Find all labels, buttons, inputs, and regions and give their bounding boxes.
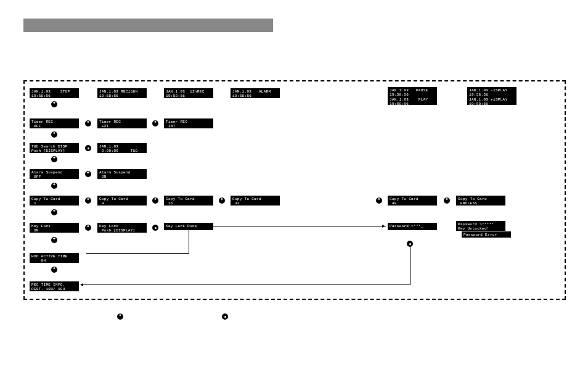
lcd-alarm-on: Alarm Suspend ON	[97, 169, 147, 179]
outer-border	[23, 80, 566, 300]
lcd-copy-48: Copy To Card 48	[388, 196, 437, 206]
connector	[189, 230, 189, 254]
nav-btn[interactable]	[85, 120, 91, 127]
nav-btn[interactable]	[51, 156, 57, 162]
lcd-td-date: JAN.1.03 0:00:00 T&D	[97, 143, 147, 153]
lcd-copy-endless: Copy To Card ENDLESS	[456, 196, 505, 206]
lcd-copy-4: Copy To Card 4	[97, 196, 147, 206]
nav-btn[interactable]	[444, 197, 450, 204]
lcd-keylock-push: Key Lock Push [DISPLAY]	[97, 223, 147, 233]
lcd-alarm-off: Alarm Suspend OFF	[30, 169, 79, 179]
lcd-1splay-plus: JAN.1.03 +1SPLAY 19:58:56	[467, 96, 517, 105]
nav-btn[interactable]	[51, 183, 57, 189]
lcd-hdd-active: HDD ACTIVE TIME 0H	[30, 253, 79, 263]
nav-btn[interactable]	[51, 131, 57, 138]
legend-btn-dot	[222, 313, 228, 320]
lcd-stop: JAN.1.03 STOP 19:58:56	[30, 88, 79, 98]
lcd-12hrec: JAN.1.03 12hREC 19:58:56	[164, 88, 213, 98]
lcd-copy-1: Copy To Card 1	[30, 196, 79, 206]
lcd-password-error: Password Error	[462, 231, 511, 238]
nav-btn[interactable]	[51, 101, 57, 107]
lcd-keylock-done: Key Lock Done	[164, 223, 213, 230]
lcd-alarm: JAN.1.03 ALARM 19:58:56	[231, 88, 280, 98]
nav-btn[interactable]	[376, 197, 382, 204]
connector	[213, 226, 386, 226]
nav-btn[interactable]	[219, 197, 225, 204]
lcd-timer-off: Timer REC OFF	[30, 118, 79, 128]
arrow-left: ◂	[80, 281, 83, 288]
lcd-timer-int: Timer REC INT	[164, 118, 213, 128]
lcd-password-unlock: Password >***** Key UnLocked!	[456, 221, 505, 231]
nav-btn[interactable]	[152, 225, 158, 231]
lcd-keylock-on: Key Lock ON	[30, 223, 79, 233]
nav-btn[interactable]	[85, 197, 91, 204]
nav-btn[interactable]	[85, 225, 91, 231]
lcd-1splay-minus: JAN.1.03 -1SPLAY 19:58:56	[467, 87, 517, 97]
connector	[83, 284, 410, 285]
lcd-rec168h: JAN.1.03 REC168H 19:58:56	[97, 88, 147, 98]
lcd-rec-time: REC TIME INFO. REST. 18H/ 18H	[30, 281, 79, 291]
lcd-td-search: T&D Search DISP Push [DISPLAY]	[30, 143, 79, 153]
lcd-password-entry: Password >***_	[388, 223, 437, 230]
lcd-copy-32: Copy To Card 32	[231, 196, 280, 206]
nav-btn[interactable]	[152, 120, 158, 127]
lcd-play: JAN.1.03 PLAY 19:58:56	[388, 96, 437, 105]
nav-btn[interactable]	[85, 171, 91, 177]
connector	[86, 253, 189, 254]
nav-btn[interactable]	[51, 237, 57, 243]
connector	[410, 246, 410, 285]
nav-btn[interactable]	[152, 197, 158, 204]
nav-btn[interactable]	[85, 145, 91, 151]
nav-btn[interactable]	[51, 209, 57, 215]
lcd-pause: JAN.1.03 PAUSE 19:58:56	[388, 87, 437, 97]
nav-btn[interactable]	[51, 267, 57, 273]
header-bar	[23, 19, 273, 32]
lcd-timer-ext: Timer REC EXT	[97, 118, 147, 128]
legend-btn-cross	[117, 313, 123, 320]
lcd-copy-16: Copy To Card 16	[164, 196, 213, 206]
arrow-right: ▸	[382, 222, 385, 229]
